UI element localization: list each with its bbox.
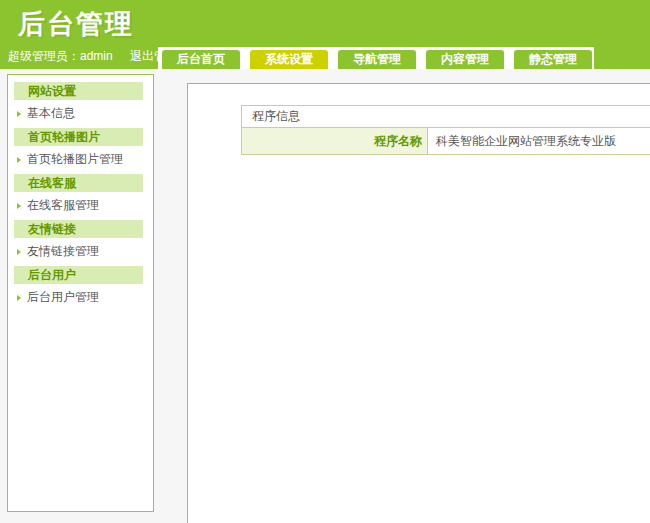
sidebar-section-backend-users: 后台用户	[14, 266, 143, 284]
program-info-table: 程序信息 程序名称 科美智能企业网站管理系统专业版	[241, 105, 650, 155]
sidebar-section-friendly-links: 友情链接	[14, 220, 143, 238]
sidebar-item-backend-user-management[interactable]: 后台用户管理	[8, 284, 153, 312]
arrow-bullet-icon	[17, 157, 21, 163]
sidebar-item-label: 基本信息	[27, 105, 75, 122]
sidebar-item-label: 首页轮播图片管理	[27, 151, 123, 168]
top-header: 后台管理 超级管理员：admin 退出管理 后台首页 系统设置 导航管理 内容管…	[0, 0, 650, 69]
sidebar-item-label: 后台用户管理	[27, 289, 99, 306]
tab-static-management[interactable]: 静态管理	[514, 50, 592, 69]
arrow-bullet-icon	[17, 295, 21, 301]
admin-user-label: 超级管理员：	[8, 49, 80, 63]
arrow-bullet-icon	[17, 111, 21, 117]
app-title: 后台管理	[18, 6, 134, 42]
sidebar-item-online-service-management[interactable]: 在线客服管理	[8, 192, 153, 220]
sidebar-item-carousel-management[interactable]: 首页轮播图片管理	[8, 146, 153, 174]
program-name-label: 程序名称	[242, 128, 428, 155]
table-row: 程序信息	[242, 106, 650, 128]
tab-strip: 后台首页 系统设置 导航管理 内容管理 静态管理	[158, 47, 594, 69]
sidebar-item-label: 在线客服管理	[27, 197, 99, 214]
tab-backend-home[interactable]: 后台首页	[162, 50, 240, 69]
sidebar-section-site-settings: 网站设置	[14, 82, 143, 100]
tab-navigation-management[interactable]: 导航管理	[338, 50, 416, 69]
table-caption: 程序信息	[242, 106, 650, 128]
sidebar-item-basic-info[interactable]: 基本信息	[8, 100, 153, 128]
arrow-bullet-icon	[17, 249, 21, 255]
tab-content-management[interactable]: 内容管理	[426, 50, 504, 69]
arrow-bullet-icon	[17, 203, 21, 209]
sidebar: 网站设置 基本信息 首页轮播图片 首页轮播图片管理 在线客服 在线客服管理 友情…	[7, 74, 154, 512]
admin-page: 后台管理 超级管理员：admin 退出管理 后台首页 系统设置 导航管理 内容管…	[0, 0, 650, 523]
tab-system-settings[interactable]: 系统设置	[250, 50, 328, 69]
sidebar-section-online-service: 在线客服	[14, 174, 143, 192]
admin-username: admin	[80, 49, 113, 63]
sidebar-item-label: 友情链接管理	[27, 243, 99, 260]
table-row: 程序名称 科美智能企业网站管理系统专业版	[242, 128, 650, 155]
main-content-panel: 程序信息 程序名称 科美智能企业网站管理系统专业版	[187, 83, 650, 523]
program-name-value: 科美智能企业网站管理系统专业版	[428, 128, 650, 155]
sidebar-item-friendly-links-management[interactable]: 友情链接管理	[8, 238, 153, 266]
admin-bar: 超级管理员：admin 退出管理	[8, 48, 178, 65]
sidebar-section-home-carousel: 首页轮播图片	[14, 128, 143, 146]
